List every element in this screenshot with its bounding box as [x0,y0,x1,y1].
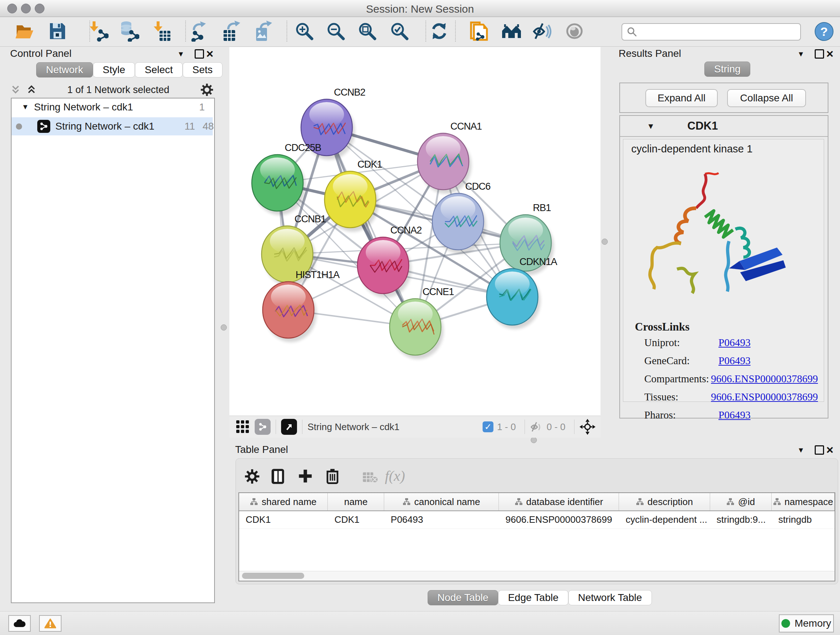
open-session-button[interactable] [13,19,37,43]
import-network-database-icon [118,21,139,42]
refresh-layout-button[interactable] [427,19,451,43]
table-row[interactable]: CDK1CDK1P064939606.ENSP00000378699cyclin… [239,511,835,529]
bottom-splitter-handle[interactable] [531,437,537,443]
tab-node-table[interactable]: Node Table [428,590,498,605]
control-panel-float-icon[interactable] [195,49,204,59]
footer-network-title: String Network – cdk1 [308,421,399,432]
collapse-all-chevron-icon[interactable] [27,85,36,95]
column-header-canonical-name[interactable]: canonical name [384,493,499,510]
gear-icon[interactable] [201,83,213,96]
table-hscrollbar[interactable] [239,571,835,581]
control-panel-close-icon[interactable]: × [206,49,213,58]
export-table-button[interactable] [219,19,243,43]
expand-all-button[interactable]: Expand All [645,89,718,107]
hidden-eye-icon[interactable] [530,421,543,432]
open-in-window-button[interactable] [281,419,297,435]
crosslink-value-link[interactable]: P06493 [718,355,751,367]
table-panel-dock-icon[interactable]: ▼ [797,446,805,454]
zoom-selected-button[interactable] [387,19,411,43]
node-label: CCNB2 [334,87,365,98]
gray-eye-button[interactable] [562,19,586,43]
memory-button[interactable]: Memory [779,614,834,632]
title-bar: Session: New Session [0,0,840,17]
open-doc-share-icon [469,20,488,42]
import-network-database-button[interactable] [117,19,141,43]
table-gear-icon[interactable] [245,469,260,484]
sitemap-icon [250,498,258,506]
network-list: ▼ String Network – cdk1 1 String Network… [11,98,215,603]
node-label: CCNE1 [423,287,454,297]
trash-icon[interactable] [325,468,339,484]
collapse-all-button[interactable]: Collapse All [727,89,806,107]
cloud-button[interactable] [8,615,31,632]
results-panel-dock-icon[interactable]: ▼ [797,50,805,58]
birdseye-grid-icon[interactable] [236,420,249,434]
string-style-button[interactable] [255,419,271,435]
crosslink-value-link[interactable]: 9606.ENSP00000378699 [711,373,818,385]
help-button[interactable]: ? [815,22,834,41]
right-splitter-handle[interactable] [602,239,608,245]
table-panel-close-icon[interactable]: × [826,445,834,454]
expand-all-chevron-icon[interactable] [11,85,20,95]
network-collection-row[interactable]: ▼ String Network – cdk1 1 [11,101,213,117]
add-column-plus-icon[interactable] [298,469,313,483]
table-cell[interactable]: CDK1 [328,511,384,529]
export-image-button[interactable] [251,19,275,43]
table-cell[interactable]: cyclin-dependent ... [619,511,710,529]
zoom-selected-icon [390,21,409,41]
collection-expander-icon[interactable]: ▼ [22,103,29,111]
zoom-fit-button[interactable] [355,19,379,43]
tab-style[interactable]: Style [93,62,135,78]
import-table-file-button[interactable] [150,19,174,43]
zoom-in-button[interactable] [292,19,316,43]
table-cell[interactable]: 9606.ENSP00000378699 [499,511,619,529]
selected-checkbox[interactable]: ✓ [483,421,493,432]
table-cell[interactable]: P06493 [384,511,499,529]
collapse-triangle-icon[interactable]: ▼ [647,122,655,131]
crosslink-value-link[interactable]: P06493 [718,337,751,348]
home-panes-button[interactable] [500,19,523,43]
save-session-button[interactable] [46,19,69,43]
column-header--id[interactable]: @id [710,493,772,510]
tab-select[interactable]: Select [135,62,183,78]
network-canvas[interactable]: CCNB2CCNA1CDC25BCDK1CDC6RB1CCNB1CCNA2CDK… [229,47,600,416]
warning-button[interactable] [39,615,62,632]
column-header-database-identifier[interactable]: database identifier [499,493,619,510]
sitemap-icon [773,498,781,506]
column-header-description[interactable]: description [619,493,710,510]
show-columns-icon[interactable] [271,468,285,485]
node-gloss [260,157,295,182]
hide-unhide-button[interactable] [531,19,554,43]
protein-section-header[interactable]: ▼ CDK1 [620,116,828,137]
network-footer: String Network – cdk1 ✓ 1 - 0 0 - 0 [229,416,600,438]
hscrollbar-thumb[interactable] [242,573,304,579]
tab-string[interactable]: String [704,62,750,77]
import-network-file-button[interactable] [87,19,111,43]
sitemap-icon [636,498,644,506]
results-panel-float-icon[interactable] [815,49,824,59]
tab-sets[interactable]: Sets [183,62,223,78]
pan-crosshair-icon[interactable] [579,419,595,435]
results-panel-close-icon[interactable]: × [826,49,834,58]
table-panel-float-icon[interactable] [815,445,824,455]
column-header-shared-name[interactable]: shared name [239,493,328,510]
tab-network-table[interactable]: Network Table [568,590,652,605]
network-row[interactable]: String Network – cdk1 11 48 [11,117,213,135]
tab-network[interactable]: Network [36,62,93,78]
zoom-out-button[interactable] [324,19,347,43]
column-header-namespace[interactable]: namespace [772,493,835,510]
search-input[interactable] [640,26,800,38]
warning-icon [44,618,56,629]
tab-edge-table[interactable]: Edge Table [498,590,568,605]
network-current-dot-icon [16,124,22,130]
control-panel-dock-icon[interactable]: ▼ [177,50,185,58]
crosslink-value-link[interactable]: 9606.ENSP00000378699 [711,391,818,403]
crosslink-value-link[interactable]: P06493 [718,409,751,421]
table-cell[interactable]: stringdb:9... [710,511,772,529]
table-cell[interactable]: stringdb [772,511,835,529]
export-network-button[interactable] [188,19,212,43]
open-doc-share-button[interactable] [467,19,491,43]
table-cell[interactable]: CDK1 [239,511,328,529]
left-splitter-handle[interactable] [221,325,227,331]
column-header-name[interactable]: name [328,493,384,510]
